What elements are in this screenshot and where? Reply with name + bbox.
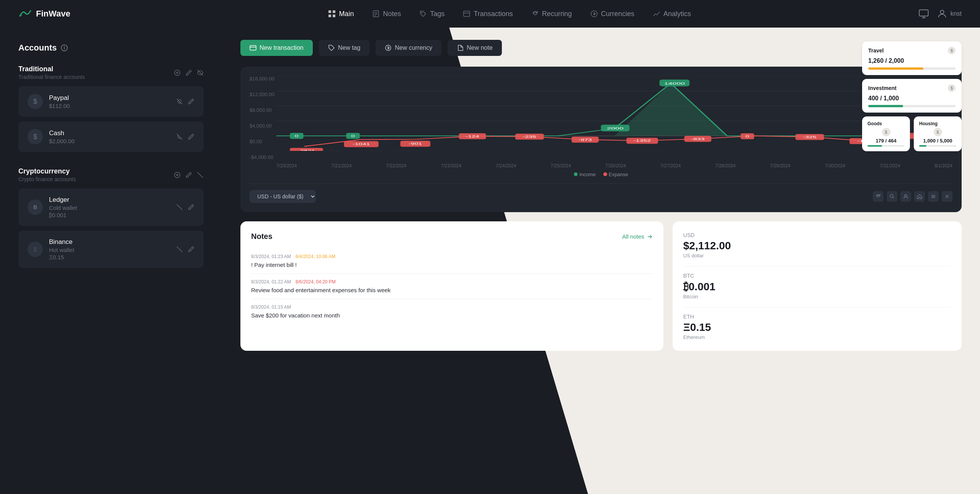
ledger-icon: B <box>28 200 43 215</box>
paypal-edit-icon[interactable] <box>188 98 194 105</box>
budget-icon-row-housing: $ <box>919 128 956 136</box>
svg-point-9 <box>421 12 422 13</box>
nav-item-currencies[interactable]: Currencies <box>581 7 644 21</box>
add-account-crypto-icon[interactable] <box>174 172 181 178</box>
account-group-crypto: Cryptocurrency Crypto finance accounts B… <box>18 167 204 268</box>
svg-text:2000: 2000 <box>607 126 624 130</box>
new-currency-button[interactable]: New currency <box>376 40 441 56</box>
budget-card-header-travel: Travel $ <box>868 47 956 54</box>
chart-search-icon[interactable] <box>887 191 897 202</box>
note-text-1: ! Pay internet bill ! <box>251 262 653 268</box>
sidebar-header: Accounts <box>18 43 204 53</box>
budget-bar-fill-housing <box>919 145 926 147</box>
goods-currency-icon: $ <box>882 128 890 136</box>
binance-balance: Ξ0.15 <box>49 254 170 260</box>
svg-point-79 <box>890 195 893 198</box>
paypal-hide-icon[interactable] <box>176 98 183 105</box>
ledger-balance: ₿0.001 <box>49 212 170 218</box>
budget-label-travel: Travel <box>868 47 884 54</box>
account-card-binance[interactable]: Ξ Binance Hot wallet Ξ0.15 <box>18 231 204 268</box>
chart-menu-icon[interactable] <box>928 191 939 202</box>
new-tag-button[interactable]: New tag <box>319 40 370 56</box>
ledger-edit-icon[interactable] <box>188 204 194 211</box>
binance-subtitle: Hot wallet <box>49 247 170 253</box>
ledger-hide-icon[interactable] <box>176 204 183 211</box>
app-name: FinWave <box>36 9 70 19</box>
currency-divider-2 <box>683 307 951 308</box>
info-icon[interactable] <box>60 44 68 52</box>
ledger-subtitle: Cold wallet <box>49 204 170 211</box>
note-text-3: Save $200 for vacation next month <box>251 312 653 319</box>
nav-label-currencies: Currencies <box>601 10 634 18</box>
notes-card: Notes All notes 8/3/2024, 01:23 AM 8/4/2… <box>240 221 663 351</box>
account-group-subtitle-crypto: Crypto finance accounts <box>18 176 76 182</box>
budget-card-goods[interactable]: Goods $ 179 / 464 <box>862 116 910 151</box>
chart-refresh-icon[interactable] <box>873 191 884 202</box>
nav-item-tags[interactable]: Tags <box>410 7 454 21</box>
add-account-traditional-icon[interactable] <box>174 69 181 76</box>
navbar: FinWave Main Notes Tags Transactions Rec… <box>0 0 980 28</box>
budget-card-housing[interactable]: Housing $ 1,000 / 5,000 <box>914 116 962 151</box>
account-card-cash[interactable]: $ Cash $2,000.00 <box>18 121 204 152</box>
user-badge[interactable]: knst <box>937 8 962 19</box>
chart-user-icon[interactable] <box>900 191 911 202</box>
chart-footer: USD - US dollar ($) <box>250 183 952 203</box>
nav-item-transactions[interactable]: Transactions <box>454 7 522 21</box>
hide-group-traditional-icon[interactable] <box>197 69 204 76</box>
currency-eth-amount: Ξ0.15 <box>683 321 951 334</box>
account-card-paypal[interactable]: $ Paypal $112.00 <box>18 86 204 117</box>
cash-hide-icon[interactable] <box>176 133 183 140</box>
all-notes-link[interactable]: All notes <box>622 233 653 240</box>
action-bar: New transaction New tag New currency New… <box>240 40 962 56</box>
budget-currency-icon-travel: $ <box>948 47 956 54</box>
currencies-card: USD $2,112.00 US dollar BTC ₿0.001 Bitco… <box>673 221 962 351</box>
nav-item-recurring[interactable]: Recurring <box>522 7 581 21</box>
cash-balance: $2,000.00 <box>49 138 170 144</box>
sidebar-title: Accounts <box>18 43 57 53</box>
note-item-3[interactable]: 8/3/2024, 01:15 AM Save $200 for vacatio… <box>251 299 653 324</box>
svg-line-29 <box>198 172 203 177</box>
budget-values-investment: 400 / 1,000 <box>868 95 956 102</box>
account-card-ledger[interactable]: B Ledger Cold wallet ₿0.001 <box>18 188 204 226</box>
budget-card-investment[interactable]: Investment $ 400 / 1,000 <box>862 79 962 113</box>
note-text-2: Review food and entertainment expenses f… <box>251 287 653 293</box>
note-item-2[interactable]: 8/3/2024, 01:22 AM 8/6/2024, 04:20 PM Re… <box>251 274 653 299</box>
chart-home-icon[interactable] <box>914 191 925 202</box>
budget-card-header-investment: Investment $ <box>868 84 956 92</box>
chart-close-icon[interactable] <box>942 191 952 202</box>
binance-edit-icon[interactable] <box>188 246 194 253</box>
edit-group-traditional-icon[interactable] <box>185 69 192 76</box>
cash-actions <box>176 133 194 140</box>
username: knst <box>951 10 962 17</box>
svg-text:-1352: -1352 <box>634 139 651 142</box>
logo[interactable]: FinWave <box>18 7 70 21</box>
nav-item-analytics[interactable]: Analytics <box>644 7 700 21</box>
ledger-info: Ledger Cold wallet ₿0.001 <box>49 196 170 218</box>
new-transaction-button[interactable]: New transaction <box>240 40 313 56</box>
svg-marker-42 <box>614 83 727 136</box>
chart-area: $16,000.00 $12,000.00 $8,000.00 $4,000.0… <box>250 76 952 160</box>
cash-edit-icon[interactable] <box>188 133 194 140</box>
edit-group-crypto-icon[interactable] <box>185 172 192 178</box>
main-layout: Accounts Traditional Traditional finance… <box>0 28 980 494</box>
svg-text:-833: -833 <box>691 137 705 141</box>
account-group-traditional: Traditional Traditional finance accounts… <box>18 65 204 152</box>
paypal-actions <box>176 98 194 105</box>
binance-hide-icon[interactable] <box>176 246 183 253</box>
monitor-icon[interactable] <box>918 8 929 19</box>
nav-item-main[interactable]: Main <box>319 7 363 21</box>
new-note-button[interactable]: New note <box>448 40 502 56</box>
budget-icon-row-goods: $ <box>867 128 905 136</box>
cash-name: Cash <box>49 129 170 137</box>
nav-item-notes[interactable]: Notes <box>363 7 410 21</box>
budget-card-travel[interactable]: Travel $ 1,260 / 2,000 <box>862 41 962 75</box>
nav-label-recurring: Recurring <box>542 10 572 18</box>
svg-text:-235: -235 <box>523 134 537 138</box>
chart-currency-select[interactable]: USD - US dollar ($) <box>250 190 316 203</box>
binance-actions <box>176 246 194 253</box>
paypal-name: Paypal <box>49 94 170 102</box>
budget-row-2: Goods $ 179 / 464 Housing $ 1,000 / 5,00… <box>862 116 962 151</box>
hide-group-crypto-icon[interactable] <box>197 172 204 178</box>
note-item-1[interactable]: 8/3/2024, 01:23 AM 8/4/2024, 10:06 AM ! … <box>251 249 653 274</box>
svg-rect-3 <box>328 15 331 17</box>
